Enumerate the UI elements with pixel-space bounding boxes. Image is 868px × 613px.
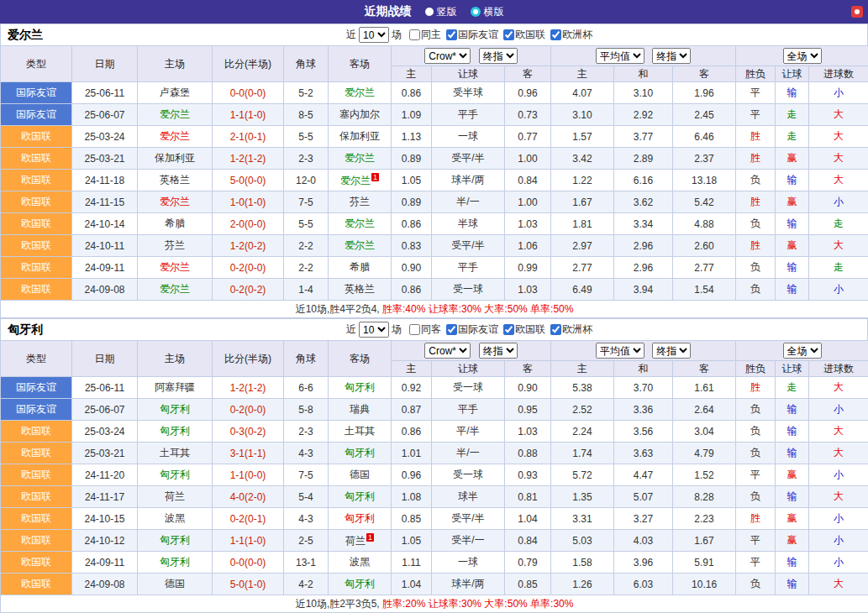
cell-away-team[interactable]: 英格兰 <box>329 279 392 301</box>
cell-away-team[interactable]: 爱尔兰 <box>329 213 392 235</box>
checkbox-label: 国际友谊 <box>458 322 498 337</box>
checkbox-input[interactable] <box>550 324 561 335</box>
cell-away-team[interactable]: 匈牙利 <box>329 377 392 399</box>
odds-stage-select[interactable]: 终指 <box>479 343 518 359</box>
cell-home-team[interactable]: 匈牙利 <box>138 464 213 486</box>
checkbox-input[interactable] <box>446 29 457 40</box>
cell-home-team[interactable]: 匈牙利 <box>138 552 213 574</box>
cell-away-team[interactable]: 匈牙利 <box>329 574 392 595</box>
cell-away-team[interactable]: 波黑 <box>329 552 392 574</box>
cell-home-team[interactable]: 德国 <box>138 574 213 595</box>
cell-away-team[interactable]: 瑞典 <box>329 399 392 421</box>
cell-home-team[interactable]: 英格兰 <box>138 170 213 191</box>
cell-home-team[interactable]: 荷兰 <box>138 486 213 508</box>
bookmaker-select[interactable]: Crow* <box>424 48 471 64</box>
cell-corners: 2-2 <box>284 235 329 257</box>
cell-corners: 2-3 <box>284 148 329 170</box>
layout-option-horizontal[interactable]: 横版 <box>471 5 504 19</box>
cell-result-goals: 走 <box>809 213 868 235</box>
cell-home-team[interactable]: 爱尔兰 <box>138 126 213 148</box>
cell-away-team[interactable]: 爱尔兰 <box>329 148 392 170</box>
cell-avg-away: 1.67 <box>673 530 736 552</box>
cell-odds-home: 0.86 <box>392 421 432 443</box>
cell-away-team[interactable]: 德国 <box>329 464 392 486</box>
filter-checkbox[interactable]: 欧洲杯 <box>550 322 592 337</box>
bookmaker-select[interactable]: Crow* <box>424 343 471 359</box>
cell-odds-handicap: 平手 <box>432 399 505 421</box>
avg-stage-select[interactable]: 终指 <box>652 48 691 64</box>
filter-checkbox[interactable]: 同客 <box>409 322 441 337</box>
filter-checkbox[interactable]: 欧国联 <box>503 28 545 42</box>
cell-away-team[interactable]: 匈牙利 <box>329 508 392 530</box>
cell-odds-away: 0.81 <box>505 486 551 508</box>
cell-away-team[interactable]: 土耳其 <box>329 421 392 443</box>
filter-checkbox[interactable]: 国际友谊 <box>446 322 498 337</box>
average-select[interactable]: 平均值 <box>596 343 644 359</box>
cell-away-team[interactable]: 荷兰1 <box>329 530 392 552</box>
cell-odds-home: 0.86 <box>392 279 432 301</box>
cell-home-team[interactable]: 保加利亚 <box>138 148 213 170</box>
cell-home-team[interactable]: 芬兰 <box>138 235 213 257</box>
average-select[interactable]: 平均值 <box>596 48 644 64</box>
avg-stage-select[interactable]: 终指 <box>652 343 691 359</box>
cell-home-team[interactable]: 爱尔兰 <box>138 104 213 126</box>
cell-home-team[interactable]: 土耳其 <box>138 443 213 464</box>
cell-home-team[interactable]: 爱尔兰 <box>138 257 213 279</box>
filter-checkbox[interactable]: 欧洲杯 <box>550 28 592 42</box>
cell-home-team[interactable]: 匈牙利 <box>138 399 213 421</box>
checkbox-input[interactable] <box>409 29 420 40</box>
match-row: 欧国联24-10-11芬兰1-2(0-2)2-2爱尔兰0.83受平/半1.062… <box>1 235 868 257</box>
checkbox-input[interactable] <box>503 324 514 335</box>
corner-badge-icon[interactable] <box>851 6 863 18</box>
match-count-select[interactable]: 10 <box>359 27 389 43</box>
filter-checkbox[interactable]: 欧国联 <box>503 322 545 337</box>
col-header-corners: 角球 <box>284 341 329 377</box>
cell-home-team[interactable]: 阿塞拜疆 <box>138 377 213 399</box>
odds-select-cell: Crow* 终指 <box>392 341 551 361</box>
summary-row: 近10场,胜4平2负4, 胜率:40% 让球率:30% 大率:50% 单率:50… <box>1 301 868 318</box>
checkbox-input[interactable] <box>550 29 561 40</box>
cell-avg-away: 4.88 <box>673 213 736 235</box>
layout-option-vertical[interactable]: 竖版 <box>425 5 457 19</box>
match-count-select[interactable]: 10 <box>359 322 389 338</box>
cell-avg-away: 2.37 <box>673 148 736 170</box>
col-header-date: 日期 <box>72 46 138 82</box>
checkbox-input[interactable] <box>409 324 420 335</box>
cell-result-winloss: 负 <box>736 399 776 421</box>
cell-home-team[interactable]: 爱尔兰 <box>138 191 213 213</box>
checkbox-input[interactable] <box>446 324 457 335</box>
checkbox-input[interactable] <box>503 29 514 40</box>
cell-avg-home: 5.72 <box>551 464 614 486</box>
scope-select[interactable]: 全场 <box>783 48 822 64</box>
cell-home-team[interactable]: 波黑 <box>138 508 213 530</box>
cell-away-team[interactable]: 保加利亚 <box>329 126 392 148</box>
cell-home-team[interactable]: 爱尔兰 <box>138 279 213 301</box>
cell-away-team[interactable]: 爱尔兰 <box>329 82 392 104</box>
cell-away-team[interactable]: 匈牙利 <box>329 443 392 464</box>
cell-home-team[interactable]: 匈牙利 <box>138 421 213 443</box>
cell-home-team[interactable]: 卢森堡 <box>138 82 213 104</box>
cell-away-team[interactable]: 匈牙利 <box>329 486 392 508</box>
match-row: 欧国联24-10-15波黑0-2(0-1)4-3匈牙利0.85受平/半1.043… <box>1 508 868 530</box>
col-header-away: 客场 <box>329 46 392 82</box>
cell-away-team[interactable]: 希腊 <box>329 257 392 279</box>
col-header-avg-home: 主 <box>551 66 614 82</box>
cell-away-team[interactable]: 塞内加尔 <box>329 104 392 126</box>
cell-odds-away: 0.79 <box>505 552 551 574</box>
cell-away-team[interactable]: 芬兰 <box>329 191 392 213</box>
cell-away-team[interactable]: 爱尔兰1 <box>329 170 392 191</box>
cell-away-team[interactable]: 爱尔兰 <box>329 235 392 257</box>
cell-home-team[interactable]: 匈牙利 <box>138 530 213 552</box>
cell-date: 25-06-07 <box>72 104 138 126</box>
odds-stage-select[interactable]: 终指 <box>479 48 518 64</box>
cell-result-goals: 大 <box>809 235 868 257</box>
cell-date: 25-06-11 <box>72 377 138 399</box>
filter-checkbox[interactable]: 同主 <box>409 28 441 42</box>
cell-odds-home: 1.01 <box>392 443 432 464</box>
cell-result-winloss: 胜 <box>736 191 776 213</box>
scope-select[interactable]: 全场 <box>783 343 822 359</box>
cell-result-goals: 小 <box>809 508 868 530</box>
filter-checkbox[interactable]: 国际友谊 <box>446 28 498 42</box>
cell-odds-handicap: 受半球 <box>432 82 505 104</box>
cell-home-team[interactable]: 希腊 <box>138 213 213 235</box>
